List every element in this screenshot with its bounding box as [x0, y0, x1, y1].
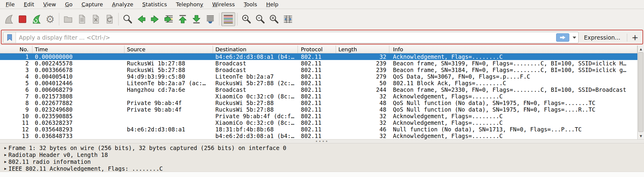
capture-options-button[interactable]: ⚙: [43, 12, 57, 26]
cell-info: QoS Data, SN=3067, FN=0, Flags=.p....F.C: [389, 73, 637, 80]
go-last-packet-button[interactable]: [190, 12, 203, 26]
cell-protocol: 802.11: [298, 80, 336, 86]
pane-splitter[interactable]: ••••: [0, 139, 644, 143]
column-header-protocol[interactable]: Protocol: [298, 46, 336, 53]
menu-wireless[interactable]: Wireless: [208, 0, 239, 9]
stop-capture-button[interactable]: [16, 12, 29, 26]
cell-time: 0.000000000: [32, 53, 124, 60]
column-header-length[interactable]: Length: [336, 46, 389, 53]
packet-row[interactable]: 120.035648293b4:e6:2d:d3:08:a118:31:bf:4…: [0, 126, 637, 133]
cell-info: Acknowledgement, Flags=........C: [389, 93, 637, 100]
stop-icon: [17, 14, 28, 24]
expand-arrow-icon[interactable]: ▶: [2, 158, 8, 165]
detail-tree-row[interactable]: ▶Radiotap Header v0, Length 18: [0, 152, 644, 158]
expression-button[interactable]: Expression...: [579, 34, 626, 41]
menu-statistics[interactable]: Statistics: [138, 0, 171, 9]
menu-telephony[interactable]: Telephony: [172, 0, 208, 9]
go-first-packet-button[interactable]: [176, 12, 190, 26]
menu-edit[interactable]: Edit: [19, 0, 39, 9]
scrollbar-thumb[interactable]: [638, 52, 643, 132]
expand-arrow-icon[interactable]: ▶: [2, 145, 8, 152]
gear-icon: ⚙: [46, 14, 55, 24]
go-forward-button[interactable]: [148, 12, 162, 26]
find-packet-button[interactable]: [121, 12, 134, 26]
column-header-time[interactable]: Time: [32, 46, 124, 53]
zoom-out-button[interactable]: [253, 12, 267, 26]
display-filter-input[interactable]: [16, 32, 556, 43]
packet-row[interactable]: 100.023590885Private_9b:ab:4f (dc:f…802.…: [0, 113, 637, 119]
zoom-in-button[interactable]: [239, 12, 253, 26]
packet-row[interactable]: 50.004012446LiteonTe_bb:2a:a7 (ac:…Rucku…: [0, 80, 637, 86]
cell-time: 0.003366678: [32, 67, 124, 73]
save-file-icon: [77, 14, 87, 24]
cell-protocol: 802.11: [298, 106, 336, 113]
column-header-info[interactable]: Info: [389, 46, 637, 53]
close-capture-button[interactable]: [89, 12, 103, 26]
cell-info: QoS Null function (No data), SN=1975, FN…: [389, 106, 637, 113]
cell-source: RuckusWi_1b:27:88: [124, 60, 213, 67]
menu-capture[interactable]: Capture: [77, 0, 108, 9]
cell-info: Beacon frame, SN=3199, FN=0, Flags=.....…: [389, 60, 637, 67]
cell-source: [124, 53, 213, 60]
menu-tools[interactable]: Tools: [239, 0, 262, 9]
packet-row[interactable]: 70.021573808XiaomiCo_0c:32:c0 (8c:…802.1…: [0, 93, 637, 100]
menu-view[interactable]: View: [39, 0, 61, 9]
menu-file[interactable]: File: [1, 0, 19, 9]
cell-source: Private_9b:ab:4f: [124, 100, 213, 106]
packet-row[interactable]: 10.000000000b4:e6:2d:d3:08:a1 (b4:…802.1…: [0, 53, 637, 60]
colorize-packets-button[interactable]: [221, 12, 235, 26]
save-capture-button[interactable]: [75, 12, 89, 26]
detail-tree-row[interactable]: ▶802.11 radio information: [0, 158, 644, 165]
packet-row[interactable]: 30.003366678RuckusWi_5b:27:88Broadcast80…: [0, 67, 637, 73]
cell-info: Beacon frame, SN=3184, FN=0, Flags=.....…: [389, 67, 637, 73]
scroll-up-arrow-icon[interactable]: ▲: [638, 46, 644, 52]
cell-no: 5: [0, 80, 32, 86]
filter-bookmark-button[interactable]: [3, 32, 16, 43]
restart-capture-button[interactable]: [29, 12, 43, 26]
cell-no: 8: [0, 100, 32, 106]
auto-scroll-button[interactable]: [203, 12, 217, 26]
resize-columns-button[interactable]: [281, 12, 295, 26]
packet-row[interactable]: 130.036848733b4:e6:2d:d3:08:a1 (b4:…802.…: [0, 133, 637, 139]
menu-analyze[interactable]: Analyze: [107, 0, 138, 9]
cell-destination: RuckusWi_5b:27:88: [213, 100, 298, 106]
cell-source: [124, 133, 213, 139]
cell-destination: Broadcast: [213, 60, 298, 67]
cell-destination: b4:e6:2d:d3:08:a1 (b4:…: [213, 53, 298, 60]
expand-arrow-icon[interactable]: ▶: [2, 165, 8, 172]
go-to-packet-button[interactable]: [162, 12, 176, 26]
cell-no: 3: [0, 67, 32, 73]
cell-no: 11: [0, 119, 32, 126]
cell-destination: XiaomiCo_0c:32:c0 (8c:…: [213, 119, 298, 126]
packet-bytes-pane: [0, 172, 644, 177]
open-capture-button[interactable]: [61, 12, 75, 26]
detail-tree-row[interactable]: ▶IEEE 802.11 Acknowledgement, Flags: ...…: [0, 165, 644, 172]
expand-arrow-icon[interactable]: ▶: [2, 152, 8, 158]
cell-protocol: 802.11: [298, 133, 336, 139]
cell-length: 239: [336, 60, 389, 67]
cell-source: [124, 93, 213, 100]
column-header-no[interactable]: No.: [0, 46, 32, 53]
apply-filter-button[interactable]: [556, 33, 569, 42]
go-back-button[interactable]: [134, 12, 148, 26]
packet-row[interactable]: 20.002245578RuckusWi_1b:27:88Broadcast80…: [0, 60, 637, 67]
menu-help[interactable]: Help: [262, 0, 283, 9]
packet-row[interactable]: 110.026328237XiaomiCo_0c:32:c0 (8c:…802.…: [0, 119, 637, 126]
packet-row[interactable]: 40.00400541094:d9:b3:99:c5:80LiteonTe_bb…: [0, 73, 637, 80]
packet-list-scrollbar[interactable]: ▲ ▼: [637, 46, 644, 139]
start-capture-button[interactable]: [2, 12, 16, 26]
cell-destination: XiaomiCo_0c:32:c0 (8c:…: [213, 93, 298, 100]
detail-tree-row[interactable]: ▶Frame 1: 32 bytes on wire (256 bits), 3…: [0, 145, 644, 152]
scroll-down-arrow-icon[interactable]: ▼: [638, 133, 644, 139]
reload-capture-button[interactable]: [103, 12, 116, 26]
zoom-reset-button[interactable]: [267, 12, 281, 26]
packet-row[interactable]: 80.022677882Private_9b:ab:4fRuckusWi_5b:…: [0, 100, 637, 106]
cell-source: Private_9b:ab:4f: [124, 106, 213, 113]
menu-go[interactable]: Go: [61, 0, 77, 9]
column-header-destination[interactable]: Destination: [213, 46, 298, 53]
column-header-source[interactable]: Source: [124, 46, 213, 53]
packet-row[interactable]: 90.023249680Private_9b:ab:4fRuckusWi_5b:…: [0, 106, 637, 113]
filter-history-dropdown[interactable]: [571, 33, 578, 42]
add-filter-button[interactable]: +: [628, 32, 642, 43]
packet-row[interactable]: 60.006068279Hangzhou_cd:7a:6eBroadcast80…: [0, 86, 637, 93]
